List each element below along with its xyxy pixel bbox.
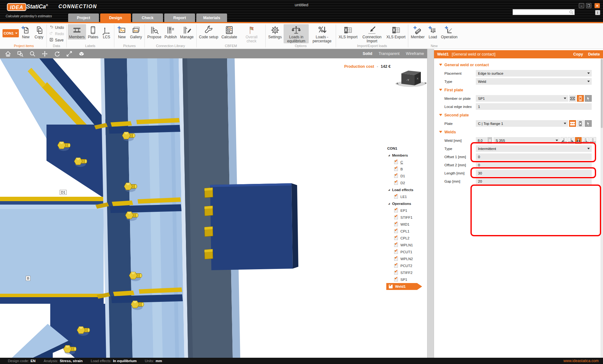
- save-button[interactable]: Save: [48, 37, 64, 43]
- visibility-checkbox[interactable]: ✔: [394, 229, 398, 233]
- weld-type-fillet-left-button[interactable]: [561, 137, 567, 144]
- tab-design[interactable]: Design: [100, 13, 131, 22]
- tab-report[interactable]: Report: [164, 13, 195, 22]
- xls-import-button[interactable]: XLS Import: [337, 24, 359, 40]
- dropdown-placement[interactable]: Edge to surface: [476, 70, 592, 77]
- members-button[interactable]: Members: [68, 24, 86, 40]
- maximize-button[interactable]: ❐: [586, 3, 591, 8]
- gallery-button[interactable]: Gallery: [129, 24, 143, 40]
- input-local-edge-index[interactable]: 1: [476, 103, 592, 110]
- tab-materials[interactable]: Materials: [196, 13, 227, 22]
- collapse-icon[interactable]: [439, 114, 442, 116]
- dropdown-type[interactable]: Intermittent: [476, 145, 592, 152]
- pan-icon[interactable]: [41, 50, 48, 57]
- properties-scrollbar[interactable]: [600, 58, 603, 358]
- redo-button[interactable]: Redo: [48, 31, 65, 37]
- minimize-button[interactable]: –: [579, 3, 584, 8]
- member-button[interactable]: Member: [410, 24, 426, 40]
- tree-item-c[interactable]: ✔C: [386, 159, 428, 166]
- weld-type-fillet-partial-button[interactable]: [582, 137, 589, 144]
- tree-item-stiff1[interactable]: ✔STIFF1: [386, 214, 428, 221]
- tree-item-wpln2[interactable]: ✔WPLN2: [386, 255, 428, 262]
- collapse-icon[interactable]: [439, 131, 442, 133]
- weld-type-butt-button[interactable]: [589, 137, 596, 144]
- dropdown-member-or-plate[interactable]: SP1: [476, 95, 568, 102]
- operation-button[interactable]: Operation: [440, 24, 459, 40]
- connection-import-button[interactable]: Connection Import: [359, 24, 384, 43]
- settings-button[interactable]: Settings: [267, 24, 283, 40]
- zoom-window-icon[interactable]: [17, 50, 24, 57]
- rotate-icon[interactable]: [53, 50, 60, 57]
- tree-item-pcut2[interactable]: ✔PCUT2: [386, 262, 428, 269]
- view-mode-solid[interactable]: Solid: [363, 51, 372, 56]
- calculate-button[interactable]: Calculate: [220, 24, 238, 40]
- code-setup-button[interactable]: Code setup: [198, 24, 220, 40]
- input-offset-1-mm[interactable]: 0: [476, 153, 592, 160]
- section-title-general-weld-or-contact[interactable]: General weld or contact: [438, 63, 592, 68]
- tree-item-wid1[interactable]: ✔WID1: [386, 221, 428, 228]
- dropdown-type[interactable]: Weld: [476, 78, 592, 85]
- weld-tab[interactable]: [204, 249, 213, 259]
- weld-tab[interactable]: [204, 188, 213, 198]
- pick-in-scene-button[interactable]: [585, 95, 592, 102]
- manage-button[interactable]: Manage: [179, 24, 195, 40]
- section-title-welds[interactable]: Welds: [438, 130, 592, 135]
- tree-item-wpln1[interactable]: ✔WPLN1: [386, 242, 428, 249]
- tree-item-b[interactable]: ✔B: [386, 166, 428, 173]
- loads-in-equilibrium-button[interactable]: Loads in equilibrium: [284, 24, 309, 43]
- visibility-checkbox[interactable]: ✔: [394, 278, 398, 281]
- view-mode-transparent[interactable]: Transparent: [378, 51, 399, 56]
- propose-button[interactable]: Propose: [146, 24, 163, 40]
- weld-material-dropdown[interactable]: S 355: [493, 137, 560, 144]
- load-button[interactable]: Load: [426, 24, 439, 40]
- tree-item-cpl1[interactable]: ✔CPL1: [386, 228, 428, 235]
- weld-type-fillet-both-button[interactable]: [575, 137, 582, 144]
- visibility-checkbox[interactable]: ✔: [394, 181, 398, 185]
- ideastatica-link[interactable]: www.ideastatica.com: [563, 359, 599, 363]
- beam-select-button[interactable]: [569, 95, 576, 102]
- model-3d-scene[interactable]: [0, 58, 427, 358]
- weld-size-input[interactable]: 8.0: [476, 137, 487, 144]
- visibility-checkbox[interactable]: ✔: [394, 243, 398, 247]
- weld-tab[interactable]: [204, 227, 213, 237]
- solid-view-icon[interactable]: [78, 50, 85, 57]
- input-gap-mm[interactable]: 20: [476, 178, 592, 185]
- tree-item-le1[interactable]: ✔LE1: [386, 193, 428, 200]
- section-title-second-plate[interactable]: Second plate: [438, 113, 592, 118]
- close-button[interactable]: ✕: [595, 3, 600, 8]
- collapse-icon[interactable]: [439, 64, 442, 66]
- visibility-checkbox[interactable]: ✔: [394, 195, 398, 199]
- input-length-mm[interactable]: 30: [476, 170, 592, 176]
- visibility-checkbox[interactable]: ✔: [389, 285, 393, 288]
- tab-check[interactable]: Check: [132, 13, 163, 22]
- project-item-selector[interactable]: CON1: [3, 29, 19, 37]
- visibility-checkbox[interactable]: ✔: [394, 250, 398, 254]
- tree-item-ep1[interactable]: ✔EP1: [386, 207, 428, 214]
- plates-button[interactable]: Plates: [87, 24, 100, 40]
- fit-icon[interactable]: [66, 50, 73, 57]
- visibility-checkbox[interactable]: ✔: [394, 160, 398, 164]
- weld-tab[interactable]: [204, 206, 213, 216]
- section-title-first-plate[interactable]: First plate: [438, 88, 592, 93]
- view-mode-wireframe[interactable]: Wireframe: [406, 51, 424, 56]
- lcs-button[interactable]: LCS: [100, 24, 113, 40]
- plate-select-button[interactable]: [577, 95, 584, 102]
- dropdown-plate[interactable]: C | Top flange 1: [476, 120, 568, 127]
- weld-type-fillet-right-button[interactable]: [568, 137, 574, 144]
- visibility-checkbox[interactable]: ✔: [394, 209, 398, 212]
- visibility-checkbox[interactable]: ✔: [394, 271, 398, 275]
- tree-item-d1[interactable]: ✔D1: [386, 173, 428, 179]
- weld-size-stepper[interactable]: [487, 137, 492, 144]
- tab-project[interactable]: Project: [68, 13, 99, 22]
- tree-item-pcut1[interactable]: ✔PCUT1: [386, 249, 428, 255]
- panel-divider[interactable]: [427, 49, 434, 358]
- tree-section-load-effects[interactable]: ◢Load effects: [386, 186, 428, 193]
- beam-select-button[interactable]: [569, 120, 576, 127]
- home-icon[interactable]: [4, 50, 11, 57]
- navigation-cube[interactable]: -Y X: [395, 68, 426, 90]
- visibility-checkbox[interactable]: ✔: [394, 174, 398, 178]
- tree-root-con1[interactable]: CON1: [386, 145, 428, 152]
- loads-percentage-button[interactable]: Loads - percentage: [309, 24, 334, 43]
- visibility-checkbox[interactable]: ✔: [394, 257, 398, 261]
- tree-section-operations[interactable]: ◢Operations: [386, 200, 428, 207]
